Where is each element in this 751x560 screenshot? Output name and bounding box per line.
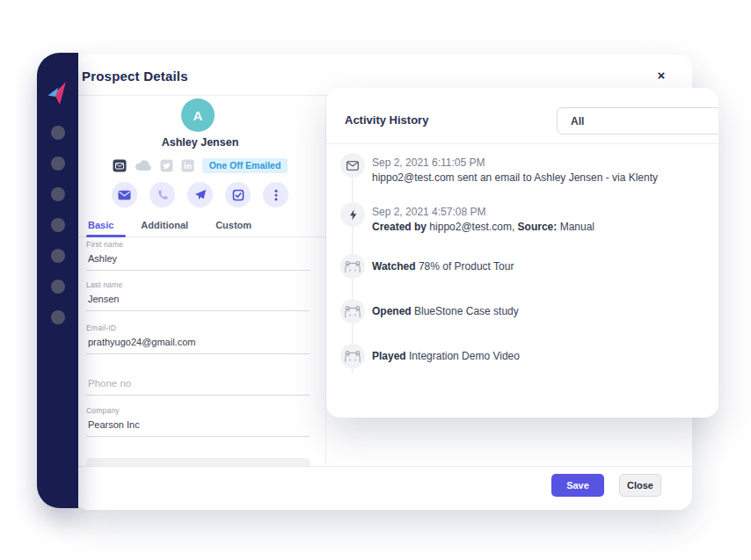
hippo-icon (344, 350, 361, 363)
activity-text-bold: Played (372, 350, 406, 362)
scrolled-field-peek (86, 458, 310, 466)
email-field: Email-ID (86, 324, 308, 354)
close-button[interactable]: Close (619, 474, 661, 497)
activity-history-title: Activity History (345, 113, 428, 127)
sidebar-nav-dot[interactable] (51, 126, 65, 140)
phone-field (86, 378, 308, 396)
activity-text-bold: Source: (518, 221, 558, 233)
prospect-name: Ashley Jensen (75, 136, 325, 149)
prospect-actions (75, 182, 325, 207)
active-tab-underline (86, 235, 126, 237)
activity-history-card: Activity History All Sep 2, 2021 6:11:05… (326, 88, 718, 418)
last-name-input[interactable] (86, 294, 310, 311)
activity-item-icon (340, 299, 365, 324)
sidebar-nav-dot[interactable] (51, 280, 65, 294)
activity-item-icon (340, 344, 365, 368)
activity-text-bold: Created by (372, 221, 427, 233)
lightning-icon (348, 209, 358, 221)
company-field: Company (86, 406, 308, 437)
activity-description: Created by hippo2@test.com, Source: Manu… (372, 221, 704, 233)
email-action-icon (118, 190, 131, 200)
activity-item-icon (340, 153, 365, 178)
send-action-icon (194, 189, 207, 200)
activity-text: Integration Demo Video (406, 350, 520, 362)
task-check-action-icon (232, 189, 244, 201)
envelope-icon (346, 161, 359, 171)
sidebar-nav-dot[interactable] (51, 249, 65, 263)
call-action-icon (157, 189, 168, 200)
hippo-icon (344, 260, 361, 273)
save-button[interactable]: Save (551, 474, 604, 497)
last-name-field: Last name (86, 280, 308, 311)
task-check-action-button[interactable] (225, 182, 251, 207)
activity-description: Played Integration Demo Video (372, 350, 704, 362)
modal-title: Prospect Details (82, 69, 188, 84)
linkedin-icon[interactable] (181, 159, 194, 172)
activity-timestamp: Sep 2, 2021 4:57:08 PM (372, 206, 704, 218)
company-input[interactable] (86, 419, 310, 437)
email-action-button[interactable] (112, 182, 137, 207)
email-input[interactable] (86, 337, 310, 354)
sidebar-nav-dot[interactable] (51, 156, 65, 171)
activity-description: Opened BlueStone Case study (372, 305, 704, 317)
activity-text-bold: Opened (372, 305, 412, 317)
sidebar-nav-dot[interactable] (51, 218, 65, 232)
first-name-input[interactable] (86, 253, 310, 271)
company-label: Company (86, 406, 308, 415)
activity-timestamp: Sep 2, 2021 6:11:05 PM (372, 156, 704, 169)
last-name-label: Last name (86, 280, 308, 289)
hippo-icon (344, 305, 361, 318)
activity-item-icon (340, 254, 365, 279)
activity-text: Manual (557, 221, 594, 233)
twitter-icon[interactable] (160, 159, 173, 172)
avatar: A (181, 98, 215, 132)
detail-tabs: Basic Additional Custom (88, 220, 252, 230)
send-action-button[interactable] (187, 182, 213, 207)
tab-additional[interactable]: Additional (141, 220, 188, 230)
tab-custom[interactable]: Custom (215, 220, 252, 230)
footer-divider (75, 466, 692, 467)
sidebar-nav-dot[interactable] (51, 310, 65, 324)
activity-description: Watched 78% of Product Tour (372, 260, 704, 273)
activity-text: hippo2@test.com sent an email to Ashley … (372, 171, 658, 184)
sidebar-nav (51, 126, 65, 324)
more-action-icon (274, 189, 278, 201)
social-status-row: One Off Emailed (75, 157, 325, 173)
activity-header-divider (326, 143, 718, 144)
first-name-field: First name (86, 240, 308, 271)
klenty-logo-icon[interactable] (45, 80, 71, 106)
status-badge: One Off Emailed (202, 158, 288, 173)
activity-item-icon (340, 202, 365, 227)
activity-description: hippo2@test.com sent an email to Ashley … (372, 171, 704, 184)
page-background: Prospect Details × A Ashley Jensen (0, 0, 751, 560)
activity-text-bold: Watched (372, 260, 416, 273)
cloud-icon[interactable] (135, 159, 152, 171)
phone-input[interactable] (86, 378, 310, 396)
activity-text: BlueStone Case study (412, 305, 519, 317)
email-icon[interactable] (113, 159, 127, 172)
close-icon[interactable]: × (652, 66, 671, 85)
first-name-label: First name (86, 240, 308, 249)
activity-text: hippo2@test.com, (427, 221, 518, 233)
call-action-button[interactable] (149, 182, 175, 207)
email-label: Email-ID (86, 324, 308, 332)
app-sidebar (37, 53, 78, 508)
tab-basic[interactable]: Basic (88, 220, 113, 230)
activity-text: 78% of Product Tour (416, 260, 514, 273)
sidebar-nav-dot[interactable] (51, 187, 65, 201)
more-action-button[interactable] (263, 182, 288, 207)
activity-filter-dropdown[interactable]: All (557, 107, 718, 135)
